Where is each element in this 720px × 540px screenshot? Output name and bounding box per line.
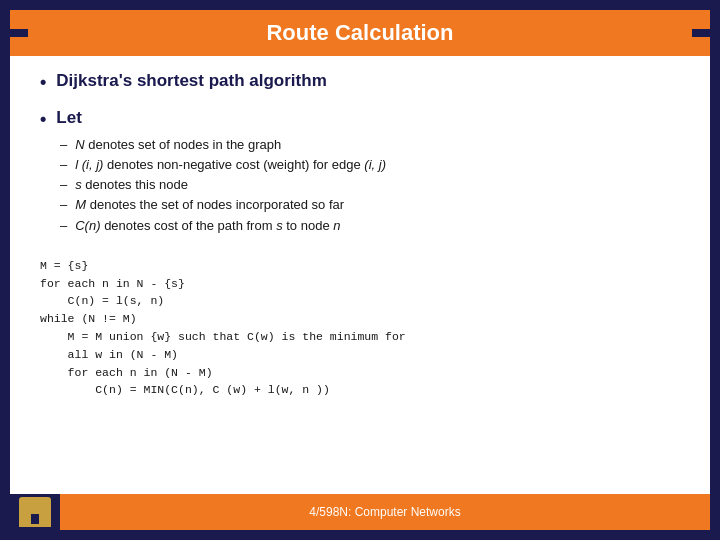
sub-text-5: C(n) denotes cost of the path from s to …	[75, 217, 340, 235]
code-line-8: C(n) = MIN(C(n), C (w) + l(w, n ))	[40, 381, 680, 399]
footer-logo	[10, 494, 60, 530]
code-line-7: for each n in (N - M)	[40, 364, 680, 382]
svg-marker-1	[23, 498, 47, 506]
sub-bullet-3: – s denotes this node	[60, 176, 680, 194]
bullet-dot-2: •	[40, 108, 46, 131]
sub-dash-4: –	[60, 196, 67, 214]
slide-title: Route Calculation	[266, 20, 453, 45]
sub-bullet-4: – M denotes the set of nodes incorporate…	[60, 196, 680, 214]
bullet-section-1: • Dijkstra's shortest path algorithm	[40, 71, 680, 98]
bullet-item-2: • Let	[40, 108, 680, 131]
header-bar-right	[692, 29, 710, 37]
bullet-section-2: • Let – N denotes set of nodes in the gr…	[40, 108, 680, 236]
footer-logo-icon	[19, 497, 51, 527]
code-line-1: M = {s}	[40, 257, 680, 275]
bullet-item-1: • Dijkstra's shortest path algorithm	[40, 71, 680, 94]
slide-header: Route Calculation	[10, 10, 710, 56]
logo-svg	[21, 498, 49, 526]
sub-bullets: – N denotes set of nodes in the graph – …	[60, 136, 680, 235]
sub-bullet-2: – l (i, j) denotes non-negative cost (we…	[60, 156, 680, 174]
footer-page-label: 4/598N: Computer Networks	[309, 505, 460, 519]
bullet-dot-1: •	[40, 71, 46, 94]
code-line-3: C(n) = l(s, n)	[40, 292, 680, 310]
code-section: M = {s} for each n in N - {s} C(n) = l(s…	[40, 257, 680, 400]
sub-dash-1: –	[60, 136, 67, 154]
sub-text-4: M denotes the set of nodes incorporated …	[75, 196, 344, 214]
sub-text-1: N denotes set of nodes in the graph	[75, 136, 281, 154]
code-line-5: M = M union {w} such that C(w) is the mi…	[40, 328, 680, 346]
bullet-text-1: Dijkstra's shortest path algorithm	[56, 71, 326, 91]
sub-text-2: l (i, j) denotes non-negative cost (weig…	[75, 156, 386, 174]
bullet-text-2: Let	[56, 108, 82, 128]
sub-dash-2: –	[60, 156, 67, 174]
sub-dash-5: –	[60, 217, 67, 235]
code-line-4: while (N != M)	[40, 310, 680, 328]
sub-text-3: s denotes this node	[75, 176, 188, 194]
sub-bullet-1: – N denotes set of nodes in the graph	[60, 136, 680, 154]
code-line-6: all w in (N - M)	[40, 346, 680, 364]
sub-dash-3: –	[60, 176, 67, 194]
sub-bullet-5: – C(n) denotes cost of the path from s t…	[60, 217, 680, 235]
footer-center: 4/598N: Computer Networks	[60, 494, 710, 530]
slide-footer: 4/598N: Computer Networks	[10, 494, 710, 530]
code-line-2: for each n in N - {s}	[40, 275, 680, 293]
svg-rect-2	[31, 514, 39, 524]
header-bar-left	[10, 29, 28, 37]
slide-content: • Dijkstra's shortest path algorithm • L…	[10, 56, 710, 494]
slide: Route Calculation • Dijkstra's shortest …	[10, 10, 710, 530]
